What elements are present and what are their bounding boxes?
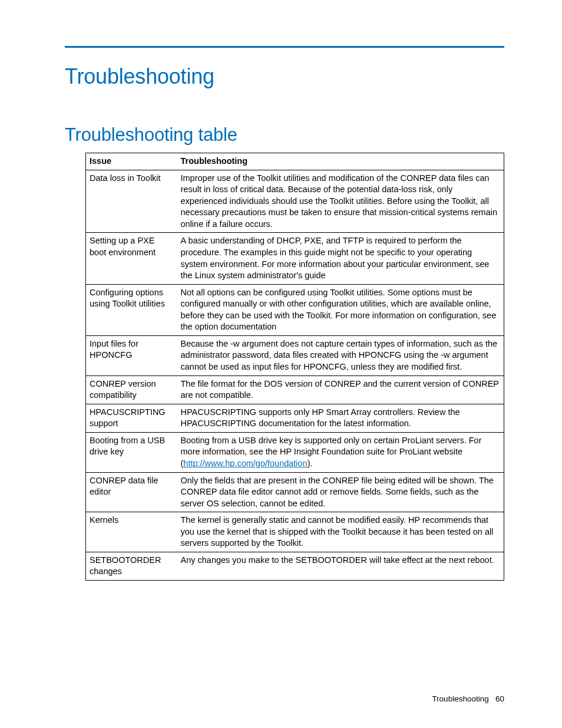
troubleshooting-cell: Because the -w argument does not capture… bbox=[177, 335, 504, 375]
issue-cell: HPACUSCRIPTING support bbox=[86, 404, 177, 432]
footer-section: Troubleshooting bbox=[432, 694, 488, 703]
table-row: Configuring options using Toolkit utilit… bbox=[86, 284, 504, 335]
troubleshooting-table: Issue Troubleshooting Data loss in Toolk… bbox=[85, 153, 504, 581]
troubleshooting-cell: The file format for the DOS version of C… bbox=[177, 375, 504, 404]
table-row: Booting from a USB drive key Booting fro… bbox=[86, 432, 504, 472]
table-row: Data loss in Toolkit Improper use of the… bbox=[86, 170, 504, 233]
foundation-link[interactable]: http://www.hp.com/go/foundation bbox=[183, 459, 307, 468]
col-header-troubleshooting: Troubleshooting bbox=[177, 153, 504, 170]
troubleshooting-cell: Improper use of the Toolkit utilities an… bbox=[177, 170, 504, 233]
issue-cell: Input files for HPONCFG bbox=[86, 335, 177, 375]
troubleshooting-cell: HPACUSCRIPTING supports only HP Smart Ar… bbox=[177, 404, 504, 432]
footer-page-number: 60 bbox=[495, 694, 504, 703]
issue-cell: Data loss in Toolkit bbox=[86, 170, 177, 233]
issue-cell: Booting from a USB drive key bbox=[86, 432, 177, 472]
troubleshooting-cell: The kernel is generally static and canno… bbox=[177, 512, 504, 552]
table-row: Kernels The kernel is generally static a… bbox=[86, 512, 504, 552]
troubleshooting-cell: A basic understanding of DHCP, PXE, and … bbox=[177, 233, 504, 284]
table-row: SETBOOTORDER changes Any changes you mak… bbox=[86, 552, 504, 580]
text-post: ). bbox=[308, 459, 313, 468]
top-rule bbox=[65, 46, 504, 48]
table-row: CONREP version compatibility The file fo… bbox=[86, 375, 504, 404]
table-header-row: Issue Troubleshooting bbox=[86, 153, 504, 170]
issue-cell: Kernels bbox=[86, 512, 177, 552]
troubleshooting-cell: Only the fields that are present in the … bbox=[177, 472, 504, 512]
troubleshooting-cell: Any changes you make to the SETBOOTORDER… bbox=[177, 552, 504, 580]
heading-troubleshooting: Troubleshooting bbox=[65, 64, 504, 89]
issue-cell: SETBOOTORDER changes bbox=[86, 552, 177, 580]
troubleshooting-cell: Booting from a USB drive key is supporte… bbox=[177, 432, 504, 472]
table-row: HPACUSCRIPTING support HPACUSCRIPTING su… bbox=[86, 404, 504, 432]
footer: Troubleshooting 60 bbox=[432, 694, 504, 703]
issue-cell: CONREP version compatibility bbox=[86, 375, 177, 404]
table-row: Input files for HPONCFG Because the -w a… bbox=[86, 335, 504, 375]
issue-cell: CONREP data file editor bbox=[86, 472, 177, 512]
troubleshooting-cell: Not all options can be configured using … bbox=[177, 284, 504, 335]
issue-cell: Configuring options using Toolkit utilit… bbox=[86, 284, 177, 335]
table-row: CONREP data file editor Only the fields … bbox=[86, 472, 504, 512]
issue-cell: Setting up a PXE boot environment bbox=[86, 233, 177, 284]
col-header-issue: Issue bbox=[86, 153, 177, 170]
heading-troubleshooting-table: Troubleshooting table bbox=[65, 124, 504, 146]
table-row: Setting up a PXE boot environment A basi… bbox=[86, 233, 504, 284]
